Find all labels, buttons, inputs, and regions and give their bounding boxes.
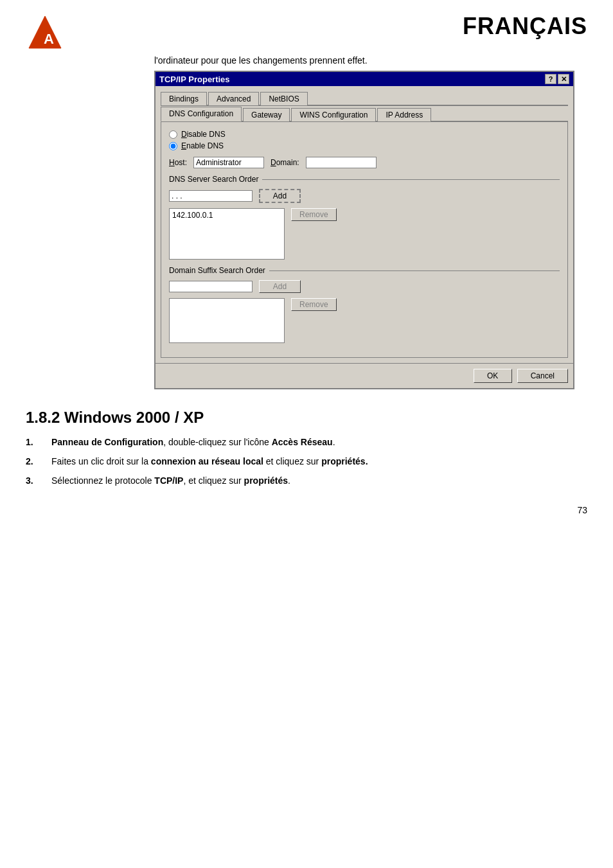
step-3-number: 3. <box>26 475 41 486</box>
enable-dns-label: Enable DNS <box>181 141 224 150</box>
domain-suffix-area: Add Remove <box>169 280 560 343</box>
step-3-text: Sélectionnez le protocole TCP/IP, et cli… <box>51 475 587 486</box>
dns-tab-panel: Disable DNS Enable DNS Host: Domain: <box>161 122 568 358</box>
svg-text:A: A <box>44 31 54 47</box>
step-1-bold-2: Accès Réseau <box>272 437 333 447</box>
dialog-content: Bindings Advanced NetBIOS DNS Configurat… <box>155 86 573 363</box>
page-container: A FRANÇAIS l'ordinateur pour que les cha… <box>0 0 613 868</box>
domain-suffix-list-row: Remove <box>169 298 337 343</box>
dialog-title: TCP/IP Properties <box>159 75 230 84</box>
dns-listbox-item[interactable]: 142.100.0.1 <box>171 210 283 220</box>
titlebar-buttons: ? ✕ <box>545 74 569 84</box>
dns-server-area: Add 142.100.0.1 Remove <box>169 189 560 260</box>
step-2: 2. Faites un clic droit sur la connexion… <box>26 456 587 466</box>
section-182: 1.8.2 Windows 2000 / XP 1. Panneau de Co… <box>26 409 587 486</box>
francais-title: FRANÇAIS <box>463 13 587 40</box>
step-1-number: 1. <box>26 437 41 447</box>
enable-dns-radio[interactable] <box>169 142 177 150</box>
dns-server-input[interactable] <box>169 190 253 202</box>
cancel-button[interactable]: Cancel <box>517 369 568 383</box>
domain-suffix-input[interactable] <box>169 281 253 292</box>
step-1-text: Panneau de Configuration, double-cliquez… <box>51 437 587 447</box>
step-3: 3. Sélectionnez le protocole TCP/IP, et … <box>26 475 587 486</box>
domain-suffix-add-button[interactable]: Add <box>259 280 301 293</box>
host-input[interactable] <box>193 157 264 168</box>
step-3-bold-2: propriétés <box>244 475 288 486</box>
tab-ip-address[interactable]: IP Address <box>377 108 431 121</box>
dns-remove-group: Remove <box>291 208 337 260</box>
enable-dns-option[interactable]: Enable DNS <box>169 141 560 150</box>
dialog-titlebar: TCP/IP Properties ? ✕ <box>155 72 573 86</box>
page-number: 73 <box>26 505 587 515</box>
close-button[interactable]: ✕ <box>558 74 569 84</box>
domain-suffix-input-row: Add <box>169 280 337 293</box>
steps-list: 1. Panneau de Configuration, double-cliq… <box>26 437 587 486</box>
domain-suffix-remove-button[interactable]: Remove <box>291 298 337 311</box>
dns-server-listbox[interactable]: 142.100.0.1 <box>169 208 285 260</box>
host-label: Host: <box>169 158 187 167</box>
header-area: A FRANÇAIS <box>26 13 587 51</box>
step-2-number: 2. <box>26 456 41 466</box>
step-1: 1. Panneau de Configuration, double-cliq… <box>26 437 587 447</box>
disable-dns-radio[interactable] <box>169 130 177 139</box>
host-domain-row: Host: Domain: <box>169 157 560 168</box>
tab-dns-configuration[interactable]: DNS Configuration <box>161 107 242 121</box>
step-2-bold-2: propriétés. <box>321 456 368 466</box>
dns-add-button[interactable]: Add <box>259 189 301 203</box>
domain-label: Domain: <box>271 158 299 167</box>
domain-suffix-btn-group: Remove <box>291 298 337 343</box>
dialog-bottom: OK Cancel <box>155 363 573 388</box>
dns-server-section-header: DNS Server Search Order <box>169 175 560 184</box>
ok-button[interactable]: OK <box>474 369 512 383</box>
help-button[interactable]: ? <box>545 74 556 84</box>
section-182-title: 1.8.2 Windows 2000 / XP <box>26 409 587 427</box>
step-3-bold-1: TCP/IP <box>154 475 183 486</box>
domain-suffix-listbox[interactable] <box>169 298 285 343</box>
tab-wins-configuration[interactable]: WINS Configuration <box>291 108 376 121</box>
tcp-ip-dialog: TCP/IP Properties ? ✕ Bindings Advanced … <box>154 71 574 389</box>
dns-input-row: Add <box>169 189 337 203</box>
domain-suffix-section-header: Domain Suffix Search Order <box>169 266 560 275</box>
step-2-text: Faites un clic droit sur la connexion au… <box>51 456 587 466</box>
tab-advanced[interactable]: Advanced <box>208 92 259 105</box>
step-1-bold-1: Panneau de Configuration <box>51 437 163 447</box>
step-2-bold-1: connexion au réseau local <box>151 456 263 466</box>
tab-netbios[interactable]: NetBIOS <box>260 92 307 105</box>
radio-group: Disable DNS Enable DNS <box>169 130 560 150</box>
domain-input[interactable] <box>306 157 377 168</box>
tab-row-2: DNS Configuration Gateway WINS Configura… <box>161 106 568 122</box>
dialog-wrapper: TCP/IP Properties ? ✕ Bindings Advanced … <box>154 71 574 389</box>
disable-dns-option[interactable]: Disable DNS <box>169 130 560 139</box>
tab-row-1: Bindings Advanced NetBIOS <box>161 91 568 106</box>
tab-bindings[interactable]: Bindings <box>161 92 207 105</box>
tab-gateway[interactable]: Gateway <box>243 108 290 121</box>
disable-dns-label: Disable DNS <box>181 130 226 139</box>
dns-remove-button[interactable]: Remove <box>291 208 337 221</box>
logo-icon: A <box>26 13 64 51</box>
intro-text: l'ordinateur pour que les changements pr… <box>154 55 587 66</box>
dns-list-row: 142.100.0.1 Remove <box>169 208 337 260</box>
